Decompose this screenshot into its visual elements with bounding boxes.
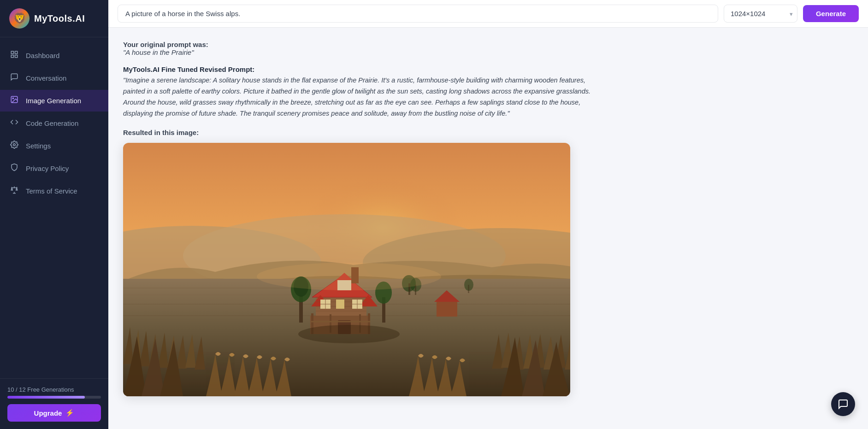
svg-point-5: [12, 98, 13, 99]
scale-icon: [9, 186, 19, 196]
upgrade-label: Upgrade: [34, 409, 62, 417]
generated-image: [123, 143, 570, 396]
generated-image-container: [123, 143, 570, 396]
image-icon: [9, 95, 19, 106]
sidebar-item-label: Image Generation: [26, 97, 81, 105]
sidebar-item-conversation[interactable]: Conversation: [0, 67, 108, 89]
chat-icon: [9, 73, 19, 83]
svg-rect-2: [11, 55, 13, 58]
upgrade-icon: ⚡: [65, 409, 74, 417]
sidebar-bottom: 10 / 12 Free Generations Upgrade ⚡: [0, 378, 108, 429]
shield-icon: [9, 163, 19, 174]
svg-rect-44: [437, 302, 457, 317]
resulted-label: Resulted in this image:: [123, 129, 601, 136]
upgrade-button[interactable]: Upgrade ⚡: [7, 404, 101, 422]
sidebar: 🦁 MyTools.AI Dashboard Conversation: [0, 0, 108, 429]
generations-bar-fill: [7, 396, 85, 399]
svg-rect-0: [11, 51, 13, 53]
original-prompt-line: Your original prompt was: "A house in th…: [123, 41, 601, 56]
sidebar-item-label: Code Generation: [26, 119, 78, 127]
sidebar-item-settings[interactable]: Settings: [0, 135, 108, 157]
fine-tuned-section: MyTools.AI Fine Tuned Revised Prompt: "I…: [123, 65, 601, 119]
app-name: MyTools.AI: [34, 13, 85, 24]
original-prompt-section: Your original prompt was: "A house in th…: [123, 41, 601, 56]
nav-menu: Dashboard Conversation Image Generation: [0, 37, 108, 378]
fine-tuned-title: MyTools.AI Fine Tuned Revised Prompt:: [123, 65, 601, 73]
main-content: 512×512 1024×1024 1024×1792 1792×1024 ▾ …: [108, 0, 868, 429]
sidebar-item-image-generation[interactable]: Image Generation: [0, 90, 108, 112]
original-prompt-label: Your original prompt was:: [123, 41, 208, 48]
sidebar-item-label: Dashboard: [26, 52, 59, 59]
gear-icon: [9, 141, 19, 151]
original-prompt-value: "A house in the Prairie": [123, 48, 194, 56]
sidebar-item-label: Privacy Policy: [26, 165, 69, 172]
chat-fab-button[interactable]: [831, 392, 855, 416]
sidebar-item-label: Terms of Service: [26, 187, 77, 195]
size-select[interactable]: 512×512 1024×1024 1024×1792 1792×1024: [724, 5, 797, 23]
svg-rect-56: [468, 285, 469, 293]
logo-area: 🦁 MyTools.AI: [0, 0, 108, 37]
sidebar-item-label: Settings: [26, 142, 51, 150]
generations-bar-background: [7, 396, 101, 399]
sidebar-item-privacy-policy[interactable]: Privacy Policy: [0, 158, 108, 179]
svg-rect-32: [336, 300, 344, 309]
svg-rect-3: [15, 55, 18, 58]
svg-rect-1: [15, 51, 18, 53]
svg-rect-54: [415, 285, 416, 295]
top-bar: 512×512 1024×1024 1024×1792 1792×1024 ▾ …: [108, 0, 868, 28]
sidebar-item-label: Conversation: [26, 74, 66, 82]
generations-label: 10 / 12 Free Generations: [7, 386, 101, 393]
sidebar-item-code-generation[interactable]: Code Generation: [0, 112, 108, 134]
logo-icon: 🦁: [9, 8, 30, 29]
fine-tuned-text: "Imagine a serene landscape: A solitary …: [123, 75, 601, 119]
svg-point-6: [13, 144, 16, 146]
grid-icon: [9, 50, 19, 61]
content-area: Your original prompt was: "A house in th…: [108, 28, 615, 409]
sidebar-item-dashboard[interactable]: Dashboard: [0, 45, 108, 66]
generate-button[interactable]: Generate: [803, 5, 859, 22]
size-select-wrapper: 512×512 1024×1024 1024×1792 1792×1024 ▾: [724, 5, 797, 23]
svg-point-58: [257, 263, 441, 290]
svg-point-57: [298, 325, 400, 343]
code-icon: [9, 118, 19, 129]
sidebar-item-terms-of-service[interactable]: Terms of Service: [0, 180, 108, 202]
prompt-input[interactable]: [118, 5, 718, 23]
